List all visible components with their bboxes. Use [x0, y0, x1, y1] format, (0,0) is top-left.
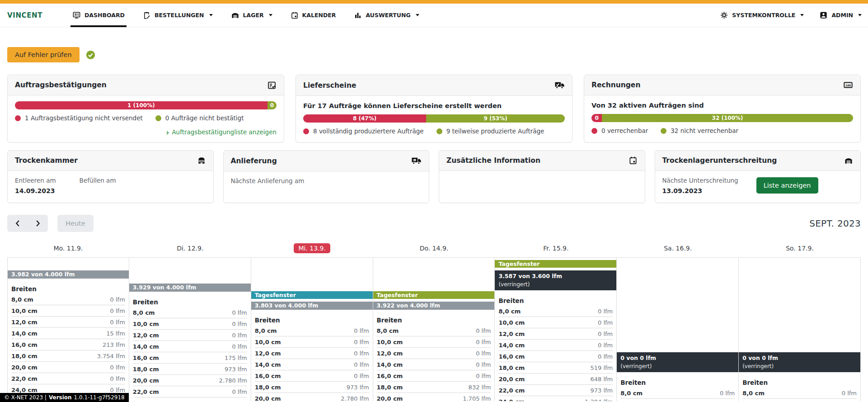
tagesfenster-bar: Tagesfenster: [251, 291, 373, 299]
chevron-right-icon: [35, 220, 41, 227]
day-header: Do. 14.9.: [373, 245, 495, 252]
link-label: Auftragsbestätigungliste anzeigen: [172, 128, 277, 136]
card-title: Anlieferung: [231, 157, 277, 165]
clipboard-edit-icon: [143, 11, 151, 19]
card-header: Auftragsbestätigungen: [8, 75, 284, 95]
breiten-row: 8,0 cm0 lfm: [742, 388, 857, 399]
legend-item: 0 Aufträge nicht bestätigt: [155, 114, 244, 122]
breiten-row: 24,0 cm1.384 lfm: [498, 396, 613, 401]
breiten-row: 14,0 cm0 lfm: [133, 341, 247, 352]
breiten-row: 16,0 cm213 lfm: [11, 339, 125, 350]
nav-item-dashboard[interactable]: DASHBOARD: [72, 4, 125, 27]
check-errors-row: Auf Fehler prüfen: [7, 47, 861, 62]
nav-item-lager[interactable]: LAGER: [231, 4, 272, 27]
breiten-row: 8,0 cm0 lfm: [377, 325, 491, 336]
nav-item-auswertung[interactable]: AUSWERTUNG: [354, 4, 419, 27]
card-header: Anlieferung: [224, 151, 429, 171]
nav-label: LAGER: [243, 12, 264, 19]
fact-check-icon: [267, 80, 277, 90]
chevron-down-icon: [858, 14, 862, 16]
field: Befüllen am: [80, 177, 116, 195]
calendar-next-button[interactable]: [28, 215, 48, 232]
breiten-row: 16,0 cm0 lfm: [255, 370, 369, 382]
legend: 0 verrechenbar 32 nicht verrechenbar: [591, 127, 853, 134]
breiten-row: 8,0 cm0 lfm: [133, 307, 247, 318]
nav-item-admin[interactable]: ADMIN: [819, 4, 862, 27]
day-label: Fr. 15.9.: [543, 245, 568, 252]
breiten-row: 14,0 cm0 lfm: [377, 359, 491, 370]
nav-item-kalender[interactable]: KALENDER: [291, 4, 336, 27]
check-errors-button[interactable]: Auf Fehler prüfen: [7, 47, 80, 62]
breiten-row: 10,0 cm0 lfm: [377, 336, 491, 348]
card-zusaetzliche-information: Zusätzliche Information: [439, 150, 645, 203]
legend-label: 0 verrechenbar: [601, 127, 648, 134]
card-body: Von 32 aktiven Aufträgen sind 0 32 (100%…: [584, 95, 860, 141]
capacity-bar: 3.803 von 4.000 lfm: [251, 302, 373, 310]
breiten-row: 12,0 cm0 lfm: [377, 348, 491, 359]
warehouse-icon: [231, 11, 239, 19]
page-content: Auf Fehler prüfen Auftragsbestätigungen …: [0, 47, 868, 401]
today-badge: Mi. 13.9.: [294, 243, 330, 253]
breiten-title: Breiten: [498, 297, 613, 304]
green-dot-icon: [661, 128, 666, 134]
breiten-row: 22,0 cm0 lfm: [11, 373, 125, 384]
red-dot-icon: [15, 115, 21, 121]
nav-label: ADMIN: [831, 12, 853, 19]
navbar-right: SYSTEMKONTROLLE ADMIN: [704, 4, 862, 27]
day-header: Mo. 11.9.: [7, 245, 129, 252]
calendar-column: Tagesfenster3.803 von 4.000 lfmBreiten8,…: [251, 258, 373, 401]
card-header: Trockenlagerunterschreitung: [655, 151, 861, 171]
chevron-down-icon: [800, 14, 804, 16]
breiten-title: Breiten: [377, 317, 491, 324]
breiten-row: 22,0 cm973 lfm: [498, 385, 613, 396]
svg-text:100: 100: [845, 84, 851, 87]
legend-item: 32 nicht verrechenbar: [661, 127, 738, 134]
breiten-section: Breiten8,0 cm0 lfm10,0 cm0 lfm: [739, 379, 860, 401]
nav-label: KALENDER: [302, 12, 336, 19]
liste-anzeigen-button[interactable]: Liste anzeigen: [756, 177, 818, 194]
calendar-grid: 3.982 von 4.000 lfmBreiten8,0 cm0 lfm10,…: [7, 257, 861, 401]
field-value: [231, 188, 305, 195]
calendar-column: Tagesfenster3.922 von 4.000 lfmBreiten8,…: [373, 258, 495, 401]
card-title: Trockenlagerunterschreitung: [662, 156, 777, 165]
calendar-prev-button[interactable]: [7, 215, 28, 232]
calendar-column: 3.982 von 4.000 lfmBreiten8,0 cm0 lfm10,…: [7, 258, 129, 401]
auftragsbestaetigungsliste-link[interactable]: › Auftragsbestätigungliste anzeigen: [166, 128, 277, 136]
card-link-row: › Auftragsbestätigungliste anzeigen: [15, 128, 277, 136]
nav-label: SYSTEMKONTROLLE: [732, 12, 795, 19]
card-body: Entleeren am 14.09.2023 Befüllen am: [8, 171, 213, 202]
calendar-column: Tagesfenster3.587 von 3.600 lfm(verringe…: [495, 258, 617, 401]
capacity-bar: 3.587 von 3.600 lfm(verringert): [495, 270, 616, 290]
legend-item: 1 Auftragsbestätigung nicht versendet: [15, 114, 143, 122]
breiten-row: 10,0 cm0 lfm: [742, 399, 857, 401]
field-value: 13.09.2023: [662, 187, 738, 195]
breiten-row: 10,0 cm0 lfm: [498, 317, 613, 328]
today-button[interactable]: Heute: [57, 215, 94, 232]
breiten-row: 20,0 cm648 lfm: [498, 374, 613, 385]
user-icon: [819, 11, 828, 19]
brand-logo[interactable]: VINCENT: [7, 11, 42, 19]
field-label: Entleeren am: [15, 177, 56, 184]
card-body: Für 17 Aufträge können Lieferscheine ers…: [296, 96, 572, 141]
capacity-bar: 0 von 0 lfm(verringert): [739, 352, 860, 372]
breiten-row: 8,0 cm0 lfm: [255, 325, 369, 336]
breiten-title: Breiten: [255, 317, 369, 324]
nav-item-bestellungen[interactable]: BESTELLUNGEN: [143, 4, 213, 27]
chevron-right-icon: ›: [166, 129, 169, 135]
breiten-row: 16,0 cm0 lfm: [377, 370, 491, 382]
breiten-title: Breiten: [620, 379, 735, 386]
breiten-row: 12,0 cm0 lfm: [498, 328, 613, 340]
chevron-down-icon: [209, 14, 213, 16]
field-value: [80, 187, 116, 195]
card-body: Nächste Unterschreitung 13.09.2023 Liste…: [655, 171, 861, 202]
day-header: Mi. 13.9.: [251, 245, 373, 252]
capacity-bar: 0 von 0 lfm(verringert): [617, 352, 738, 372]
green-dot-icon: [155, 115, 161, 121]
banknote-icon: 100: [843, 80, 853, 90]
card-header: Trockenkammer: [8, 151, 213, 171]
truck-check-icon: [554, 80, 565, 90]
legend-item: 9 teilweise produzierte Aufträge: [436, 128, 544, 135]
nav-item-systemkontrolle[interactable]: SYSTEMKONTROLLE: [720, 4, 804, 27]
breiten-section: Breiten8,0 cm0 lfm10,0 cm0 lfm: [617, 379, 738, 401]
breiten-row: 8,0 cm0 lfm: [498, 306, 613, 317]
